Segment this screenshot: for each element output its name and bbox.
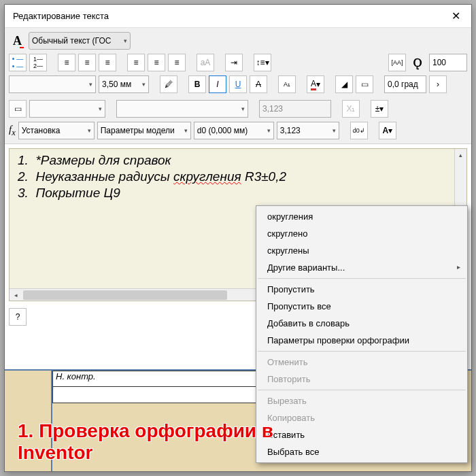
more-suggestions-item[interactable]: Другие варианты...▸ <box>256 259 467 276</box>
tolerance-button[interactable]: ± ▾ <box>371 100 388 118</box>
align-right-button[interactable]: ≡ <box>99 54 116 71</box>
chevron-down-icon: ▾ <box>89 81 92 88</box>
chevron-down-icon: ▾ <box>124 37 127 44</box>
toolbar-area: A Обычный текст (ГОС ▾ • —• — 1—2— ≡ ≡ ≡… <box>5 28 471 144</box>
spelling-error[interactable]: скругления <box>173 169 241 184</box>
ignore-all-item[interactable]: Пропустить все <box>256 298 467 315</box>
rotation-more-button[interactable]: › <box>429 75 447 93</box>
align-bottom-button[interactable]: ≡ <box>168 54 186 71</box>
text-style-value: Обычный текст (ГОС <box>32 36 111 46</box>
font-size-dropdown[interactable]: 3,50 мм ▾ <box>99 75 149 93</box>
highlight-button[interactable]: ◢ <box>335 75 353 93</box>
stack-value-input[interactable] <box>429 54 467 71</box>
text-style-dropdown[interactable]: Обычный текст (ГОС ▾ <box>29 32 131 50</box>
suggestion-item[interactable]: скруглены <box>256 242 467 259</box>
fx-variable-dropdown[interactable]: d0 (0,000 мм)▾ <box>194 122 274 139</box>
param-row-1: ▭ ▾ ▾ X₁ ± ▾ <box>9 100 467 118</box>
blueprint-cell: Н. контр. <box>52 371 256 387</box>
select-all-item[interactable]: Выбрать все <box>256 443 467 460</box>
redo-item: Повторить <box>256 371 467 388</box>
tab-button[interactable]: ⇥ <box>225 54 243 71</box>
fx-params-dropdown[interactable]: Параметры модели▾ <box>97 122 191 139</box>
title-bar: Редактирование текста ✕ <box>5 5 471 28</box>
fx-insert-button[interactable]: d0↲ <box>350 122 368 139</box>
rotation-input[interactable] <box>384 75 426 93</box>
scroll-left-icon[interactable]: ◂ <box>10 289 22 301</box>
text-style-icon: A <box>13 34 22 48</box>
bullet-list-button[interactable]: • —• — <box>9 54 27 71</box>
font-name-dropdown[interactable]: ▾ <box>9 75 96 93</box>
text-color-button[interactable]: A▾ <box>307 75 324 93</box>
cut-item: Вырезать <box>256 392 467 409</box>
format-row-1: • —• — 1—2— ≡ ≡ ≡ ≡ ≡ ≡ aA ⇥ ↕≡ ▾ [AA] Ǫ <box>9 54 467 71</box>
font-size-value: 3,50 мм <box>102 80 131 89</box>
paste-item[interactable]: Вставить <box>256 426 467 443</box>
fx-source-dropdown[interactable]: Установка▾ <box>18 122 95 139</box>
close-button[interactable]: ✕ <box>440 5 471 28</box>
clear-format-button[interactable]: 🖉 <box>160 75 177 93</box>
param-row-2: fx Установка▾ Параметры модели▾ d0 (0,00… <box>9 122 467 139</box>
stack-o-icon: Ǫ <box>409 54 426 71</box>
bold-button[interactable]: B <box>188 75 206 93</box>
param-select-1[interactable]: ▾ <box>29 100 105 118</box>
submenu-arrow-icon: ▸ <box>457 263 460 271</box>
ignore-item[interactable]: Пропустить <box>256 281 467 298</box>
window-title: Редактирование текста <box>13 11 109 21</box>
editor-content[interactable]: 1. *Размеры для справок 2. Неуказанные р… <box>10 149 466 206</box>
line-spacing-button[interactable]: ↕≡ ▾ <box>254 54 271 71</box>
italic-button[interactable]: I <box>209 75 226 93</box>
align-top-button[interactable]: ≡ <box>127 54 145 71</box>
param-a-button[interactable]: ▭ <box>9 100 27 118</box>
subscript-button[interactable]: A₁ <box>278 75 296 93</box>
fx-precision-dropdown[interactable]: 3,123▾ <box>277 122 339 139</box>
scroll-thumb[interactable] <box>23 290 227 300</box>
fx-A-button[interactable]: A ▾ <box>379 122 396 139</box>
undo-item: Отменить <box>256 354 467 371</box>
ruler-button[interactable]: ▭ <box>356 75 373 93</box>
copy-item: Копировать <box>256 409 467 426</box>
style-row: A Обычный текст (ГОС ▾ <box>9 32 467 50</box>
underline-button[interactable]: U <box>229 75 247 93</box>
number-list-button[interactable]: 1—2— <box>29 54 47 71</box>
suggestion-item[interactable]: округления <box>256 208 467 225</box>
align-center-button[interactable]: ≡ <box>78 54 96 71</box>
suggestion-item[interactable]: скруглено <box>256 225 467 242</box>
scroll-up-icon[interactable]: ▴ <box>455 149 466 161</box>
chevron-down-icon: ▾ <box>142 81 146 88</box>
param-num-1 <box>259 100 331 118</box>
help-button[interactable]: ? <box>9 308 27 326</box>
format-row-2: ▾ 3,50 мм ▾ 🖉 B I U A A₁ A▾ ◢ ▭ › <box>9 75 467 93</box>
spellcheck-context-menu: округления скруглено скруглены Другие ва… <box>256 205 468 463</box>
stack-brackets-button[interactable]: [AA] <box>388 54 406 71</box>
fx-icon: fx <box>9 124 16 138</box>
align-middle-button[interactable]: ≡ <box>148 54 165 71</box>
case-button[interactable]: aA <box>197 54 214 71</box>
add-dictionary-item[interactable]: Добавить в словарь <box>256 315 467 332</box>
strike-button[interactable]: A <box>250 75 267 93</box>
param-select-2[interactable]: ▾ <box>116 100 248 118</box>
param-xy-button: X₁ <box>342 100 360 118</box>
spell-options-item[interactable]: Параметры проверки орфографии <box>256 332 467 349</box>
align-left-button[interactable]: ≡ <box>58 54 75 71</box>
